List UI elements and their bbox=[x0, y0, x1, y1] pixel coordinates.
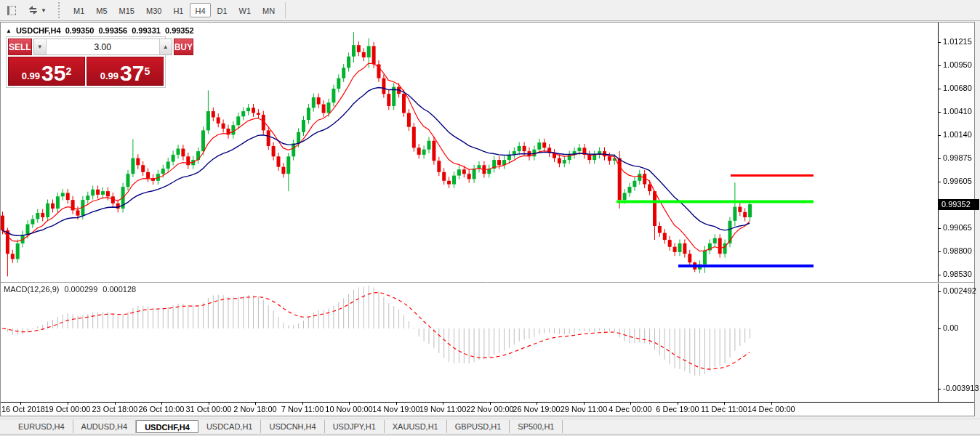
timeframe-button-m30[interactable]: M30 bbox=[141, 3, 166, 17]
time-axis-label: 31 Oct 00:00 bbox=[186, 405, 232, 413]
symbol-ohlc-line: ▲ USDCHF,H4 0.99350 0.99356 0.99331 0.99… bbox=[6, 26, 194, 35]
chart-shift-button[interactable] bbox=[3, 2, 20, 18]
terminal-window: ▼ M1M5M15M30H1H4D1W1MN ▲ USDCHF,H4 0.993… bbox=[0, 0, 980, 436]
macd-value: 0.000299 bbox=[64, 285, 97, 294]
price-axis-label: 1.01215 bbox=[943, 37, 972, 46]
ohlc-low: 0.99331 bbox=[132, 26, 161, 35]
ohlc-high: 0.99356 bbox=[98, 26, 127, 35]
macd-axis-label: 0.002492 bbox=[943, 286, 976, 295]
sell-price-button[interactable]: 0.99 35 2 bbox=[8, 57, 85, 86]
chart-tab-eurusd[interactable]: EURUSD,H4 bbox=[10, 420, 73, 433]
sell-price-big: 35 bbox=[41, 63, 65, 84]
timeframe-button-d1[interactable]: D1 bbox=[212, 3, 233, 17]
price-axis-label: 0.98800 bbox=[943, 246, 972, 255]
timeframe-button-m1[interactable]: M1 bbox=[68, 3, 89, 17]
price-axis-label: 1.00680 bbox=[943, 84, 972, 92]
macd-signal-value: 0.000128 bbox=[103, 285, 136, 294]
time-axis-label: 10 Nov 00:00 bbox=[325, 405, 372, 413]
sell-price-pipette: 2 bbox=[65, 57, 71, 85]
timeframe-button-w1[interactable]: W1 bbox=[234, 3, 257, 17]
volume-input[interactable] bbox=[47, 39, 159, 54]
sell-button[interactable]: SELL bbox=[8, 39, 32, 55]
price-axis-label: 0.99065 bbox=[943, 223, 972, 232]
macd-indicator-label: MACD(12,26,9) 0.000299 0.000128 bbox=[4, 285, 136, 294]
time-axis-label: 4 Dec 00:00 bbox=[609, 405, 651, 413]
time-axis-label: 23 Oct 18:00 bbox=[92, 405, 138, 413]
timeframe-button-mn[interactable]: MN bbox=[257, 3, 280, 17]
chart-tabs-bar: EURUSD,H4AUDUSD,H4USDCHF,H4USDCAD,H1USDC… bbox=[0, 419, 980, 434]
timeframe-button-m15[interactable]: M15 bbox=[114, 3, 140, 17]
chart-tab-usdcnh[interactable]: USDCNH,H4 bbox=[261, 420, 324, 433]
time-axis-label: 14 Dec 00:00 bbox=[747, 405, 795, 413]
buy-price-prefix: 0.99 bbox=[100, 69, 119, 84]
macd-name: MACD(12,26,9) bbox=[4, 285, 59, 294]
chart-tab-gbpusd[interactable]: GBPUSD,H1 bbox=[447, 420, 510, 433]
chart-shift-icon bbox=[7, 6, 16, 15]
time-axis-label: 26 Oct 10:00 bbox=[139, 405, 185, 413]
volume-increase-icon[interactable]: ▲ bbox=[159, 39, 172, 54]
time-axis-label: 26 Nov 19:00 bbox=[513, 405, 560, 413]
chart-tab-audusd[interactable]: AUDUSD,H4 bbox=[73, 420, 137, 433]
chart-tab-sp500[interactable]: SP500,H1 bbox=[510, 420, 563, 433]
price-axis-label: 0.99875 bbox=[943, 153, 972, 162]
macd-axis-label: 0.00 bbox=[943, 323, 958, 332]
chart-tab-usdcad[interactable]: USDCAD,H1 bbox=[198, 420, 262, 433]
time-axis-label: 16 Oct 2018 bbox=[1, 405, 45, 413]
time-axis-label: 19 Nov 11:00 bbox=[419, 405, 467, 413]
chart-toolbar: ▼ M1M5M15M30H1H4D1W1MN bbox=[0, 0, 980, 21]
time-axis-label: 19 Oct 00:00 bbox=[45, 405, 91, 413]
macd-axis-label: -0.003913 bbox=[943, 384, 979, 392]
price-axis-label: 0.99605 bbox=[943, 177, 972, 185]
ohlc-close: 0.99352 bbox=[165, 26, 194, 35]
price-axis-label: 1.00950 bbox=[943, 60, 972, 69]
price-axis-label: 1.00410 bbox=[943, 107, 972, 116]
time-axis-label: 7 Nov 11:00 bbox=[281, 405, 324, 413]
time-axis-label: 11 Dec 11:00 bbox=[701, 405, 747, 413]
time-axis-label: 6 Dec 19:00 bbox=[656, 405, 699, 413]
timeframe-buttons: M1M5M15M30H1H4D1W1MN bbox=[68, 0, 281, 21]
price-axis-label: 0.98530 bbox=[943, 270, 972, 278]
timeframe-button-h4[interactable]: H4 bbox=[190, 3, 210, 17]
volume-stepper: ▼ ▲ bbox=[33, 39, 172, 55]
buy-price-button[interactable]: 0.99 37 5 bbox=[87, 57, 164, 86]
dropdown-caret-icon: ▼ bbox=[41, 7, 47, 14]
chart-tab-xauusd[interactable]: XAUUSD,H1 bbox=[385, 420, 447, 433]
time-axis-label: 22 Nov 00:00 bbox=[466, 405, 513, 413]
time-axis-label: 29 Nov 11:00 bbox=[561, 405, 608, 413]
sort-arrows-icon bbox=[28, 5, 39, 15]
symbol-name: USDCHF,H4 bbox=[16, 26, 61, 35]
volume-decrease-icon[interactable]: ▼ bbox=[34, 39, 47, 54]
timeframe-button-m5[interactable]: M5 bbox=[91, 3, 112, 17]
arrange-charts-button[interactable]: ▼ bbox=[23, 2, 51, 18]
buy-price-pipette: 5 bbox=[144, 57, 150, 85]
chart-tab-usdjpy[interactable]: USDJPY,H1 bbox=[325, 420, 385, 433]
one-click-trading-panel: SELL ▼ ▲ BUY 0.99 35 2 0.99 37 5 bbox=[6, 36, 166, 88]
toolbar-grip[interactable] bbox=[58, 2, 63, 18]
current-price-tag: 0.99352 bbox=[939, 199, 979, 210]
time-axis-label: 2 Nov 18:00 bbox=[233, 405, 276, 413]
buy-price-big: 37 bbox=[120, 63, 144, 84]
ohlc-open: 0.99350 bbox=[65, 26, 95, 35]
price-axis-label: 1.00140 bbox=[943, 130, 972, 139]
timeframe-button-h1[interactable]: H1 bbox=[168, 3, 188, 17]
time-axis-label: 14 Nov 19:00 bbox=[372, 405, 419, 413]
sell-price-prefix: 0.99 bbox=[22, 69, 40, 84]
toolbar-separator bbox=[285, 2, 286, 18]
buy-button[interactable]: BUY bbox=[174, 39, 193, 55]
collapse-panel-icon[interactable]: ▲ bbox=[6, 28, 12, 34]
chart-tab-usdchf[interactable]: USDCHF,H4 bbox=[136, 420, 198, 433]
